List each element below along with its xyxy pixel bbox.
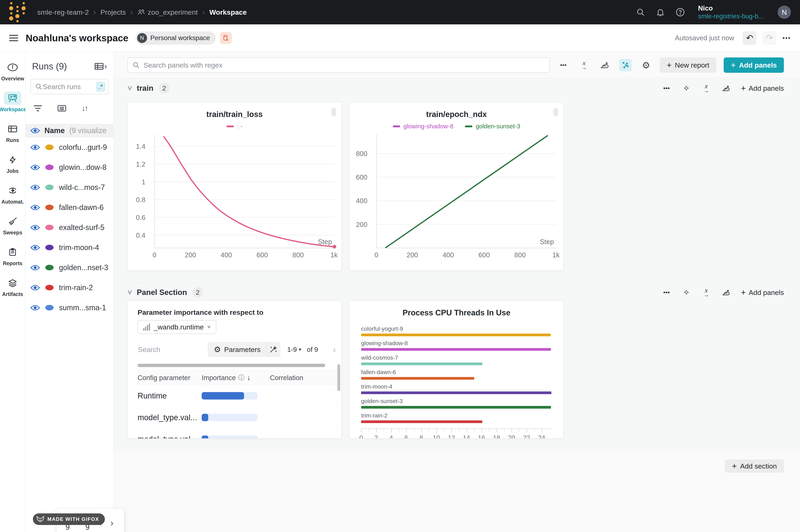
- run-row[interactable]: exalted-surf-5: [25, 217, 114, 238]
- sidebar-item-reports[interactable]: Reports: [1, 246, 24, 266]
- panel-drag-handle[interactable]: [332, 108, 336, 116]
- header-more-icon[interactable]: •••: [782, 35, 791, 41]
- section-more-icon[interactable]: •••: [662, 83, 672, 93]
- new-report-button[interactable]: +New report: [660, 57, 717, 73]
- legend-item[interactable]: : -: [226, 123, 243, 130]
- add-panels-button[interactable]: +Add panels: [724, 57, 784, 73]
- collapse-section-icon[interactable]: ˅: [127, 84, 132, 93]
- regex-toggle[interactable]: .*: [96, 82, 105, 92]
- panel-epoch-ndx[interactable]: train/epoch_ndx glowing-shadow-8 golden-…: [349, 102, 564, 271]
- section-add-panels-button[interactable]: +Add panels: [741, 84, 784, 93]
- sort-desc-icon[interactable]: ↓: [247, 374, 250, 382]
- horizontal-scrollbar[interactable]: [137, 364, 325, 367]
- runs-search-box[interactable]: .*: [31, 79, 109, 94]
- panel-drag-handle[interactable]: [554, 108, 558, 116]
- section-add-panels-button[interactable]: +Add panels: [741, 288, 784, 297]
- user-org-link[interactable]: smle-registries-bug-b...: [698, 13, 764, 20]
- section-sparkle-icon[interactable]: ✧: [682, 83, 691, 93]
- gear-icon[interactable]: ⚙: [640, 59, 652, 71]
- search-icon[interactable]: [636, 8, 645, 17]
- run-row[interactable]: wild-c...mos-7: [25, 177, 114, 197]
- sidebar-item-automations[interactable]: Automat.: [1, 184, 24, 205]
- notifications-bell-icon[interactable]: [656, 8, 665, 17]
- user-info[interactable]: Nico smle-registries-bug-b...: [698, 4, 764, 20]
- redo-button[interactable]: ↷: [763, 31, 776, 45]
- panel-parameter-importance[interactable]: Parameter importance with respect to _wa…: [127, 301, 342, 439]
- smoothing-icon[interactable]: [598, 59, 611, 71]
- run-row[interactable]: trim-moon-4: [25, 238, 114, 258]
- run-row[interactable]: golden...nset-3: [25, 258, 114, 278]
- target-metric-dropdown[interactable]: _wandb.runtime ˅: [137, 320, 216, 334]
- eye-icon[interactable]: [31, 184, 40, 191]
- undo-button[interactable]: ↶: [743, 31, 756, 45]
- legend-item[interactable]: golden-sunset-3: [465, 123, 520, 130]
- run-row[interactable]: colorfu...gurt-9: [25, 137, 114, 157]
- section-more-icon[interactable]: •••: [662, 287, 672, 298]
- panel-search-input[interactable]: [143, 61, 545, 70]
- sidebar-item-overview[interactable]: Overview: [1, 61, 24, 82]
- breadcrumb-projects[interactable]: Projects: [100, 8, 126, 16]
- runs-search-input[interactable]: [42, 82, 96, 91]
- eye-icon[interactable]: [31, 144, 40, 150]
- run-row[interactable]: summ...sma-1: [25, 298, 114, 318]
- pager-prev-icon[interactable]: ‹: [333, 344, 337, 355]
- sidebar-item-jobs[interactable]: Jobs: [1, 153, 24, 174]
- toolbar-more-icon[interactable]: •••: [557, 59, 570, 71]
- legend-item[interactable]: glowing-shadow-8: [393, 123, 453, 130]
- eye-icon[interactable]: [31, 285, 40, 291]
- run-row[interactable]: trim-rain-2: [25, 278, 114, 298]
- param-table-row[interactable]: Runtime: [137, 385, 341, 407]
- eye-icon[interactable]: [31, 204, 40, 211]
- breadcrumb-team[interactable]: smle-reg-team-2: [37, 8, 89, 16]
- legend-dash: [465, 126, 472, 127]
- param-table-row[interactable]: model_type.val...: [137, 407, 341, 429]
- filter-icon[interactable]: [34, 106, 42, 111]
- section-smoothing-icon[interactable]: [721, 83, 731, 93]
- section-smoothing-icon[interactable]: [721, 287, 731, 298]
- info-icon[interactable]: ⓘ: [238, 374, 244, 382]
- add-section-button[interactable]: + Add section: [725, 459, 784, 473]
- breadcrumb-workspace[interactable]: Workspace: [209, 8, 247, 16]
- sort-icon[interactable]: ↓↑: [82, 104, 88, 113]
- sidebar-item-artifacts[interactable]: Artifacts: [1, 276, 24, 297]
- run-row[interactable]: glowin...dow-8: [25, 157, 114, 177]
- param-search-input[interactable]: [137, 345, 200, 354]
- eye-icon[interactable]: [31, 225, 40, 231]
- section-x-axis-icon[interactable]: x→: [701, 83, 711, 93]
- outliers-scatter-icon[interactable]: [619, 59, 632, 71]
- panel-cpu-threads[interactable]: Process CPU Threads In Use colorful-yogu…: [349, 301, 564, 439]
- run-row[interactable]: fallen-dawn-6: [25, 197, 114, 217]
- personal-workspace-badge[interactable]: N Personal workspace: [135, 32, 216, 45]
- sidebar-item-runs[interactable]: Runs: [1, 122, 24, 143]
- clear-workspace-button[interactable]: [220, 32, 232, 44]
- parameters-button[interactable]: ⚙Parameters: [208, 342, 280, 357]
- next-page-button[interactable]: ›: [109, 518, 115, 528]
- section-title[interactable]: Panel Section: [137, 288, 187, 297]
- param-pager[interactable]: 1-9 ▾ of 9: [287, 346, 318, 354]
- wandb-logo[interactable]: [9, 2, 26, 22]
- eye-icon[interactable]: [31, 265, 40, 271]
- runs-list-header[interactable]: Name (9 visualize: [25, 124, 114, 137]
- help-icon[interactable]: [676, 8, 685, 17]
- expand-runs-table-button[interactable]: ›: [94, 62, 107, 71]
- menu-icon[interactable]: [9, 35, 18, 41]
- section-sparkle-icon[interactable]: ✧: [682, 287, 691, 298]
- sidebar-item-sweeps[interactable]: Sweeps: [1, 215, 24, 235]
- eye-icon[interactable]: [31, 305, 40, 311]
- eye-icon[interactable]: [31, 245, 40, 251]
- avatar[interactable]: N: [778, 5, 791, 19]
- panel-search-box[interactable]: [127, 57, 550, 73]
- section-x-axis-icon[interactable]: x→: [701, 287, 711, 298]
- group-list-icon[interactable]: [57, 104, 67, 112]
- section-title[interactable]: train: [137, 84, 153, 93]
- breadcrumb-project[interactable]: zoo_experiment: [137, 8, 198, 16]
- eye-icon[interactable]: [31, 128, 40, 134]
- magic-wand-icon[interactable]: [266, 342, 280, 357]
- x-axis-settings-icon[interactable]: x→: [578, 59, 590, 71]
- param-table-row[interactable]: model_type.val...: [137, 429, 341, 439]
- eye-icon[interactable]: [31, 164, 40, 171]
- vertical-scrollbar[interactable]: [337, 364, 340, 391]
- collapse-section-icon[interactable]: ˅: [127, 288, 132, 297]
- panel-train-loss[interactable]: train/train_loss : - Step: [127, 102, 342, 271]
- sidebar-item-workspace[interactable]: Workspace: [1, 92, 24, 112]
